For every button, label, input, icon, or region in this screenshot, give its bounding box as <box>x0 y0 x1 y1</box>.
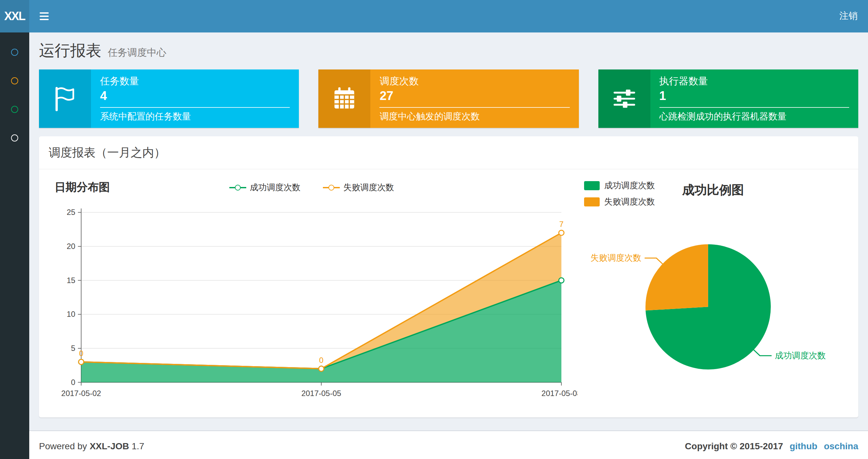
product-version: 1.7 <box>131 441 144 451</box>
hamburger-icon <box>39 12 49 20</box>
svg-text:失败调度次数: 失败调度次数 <box>591 253 642 263</box>
panel-body: 日期分布图 成功调度次数 <box>39 169 858 418</box>
footer-right: Copyright © 2015-2017 github oschina <box>685 441 858 451</box>
circle-outline-icon <box>11 77 18 84</box>
flag-icon <box>39 69 91 128</box>
circle-outline-icon <box>11 48 18 56</box>
divider <box>380 107 570 108</box>
info-box-description: 心跳检测成功的执行器机器数量 <box>659 111 849 123</box>
product-name: XXL-JOB <box>90 441 129 451</box>
svg-text:2017-05-05: 2017-05-05 <box>302 389 341 398</box>
legend-swatch-icon <box>584 197 600 206</box>
oschina-link[interactable]: oschina <box>824 441 858 451</box>
legend-line-icon <box>229 187 246 188</box>
divider <box>659 107 849 108</box>
navbar-right: 注销 <box>829 0 868 32</box>
svg-text:25: 25 <box>67 208 75 217</box>
sidebar-menu-item-2[interactable] <box>0 66 29 95</box>
legend-label: 失败调度次数 <box>604 196 655 208</box>
svg-text:2017-05-08: 2017-05-08 <box>541 389 578 398</box>
svg-text:成功调度次数: 成功调度次数 <box>775 351 826 360</box>
legend-line-icon <box>322 187 339 188</box>
info-box-label: 执行器数量 <box>659 75 849 88</box>
info-box-tasks: 任务数量 4 系统中配置的任务数量 <box>39 69 299 128</box>
svg-text:0: 0 <box>71 378 75 387</box>
panel-title: 调度报表（一月之内） <box>39 136 858 169</box>
pie-chart-area: 成功调度次数 失败调度次数 成功比例图 成功调度次数失败调度次数 <box>578 177 852 408</box>
legend-label: 成功调度次数 <box>250 182 301 194</box>
sidebar-toggle-button[interactable] <box>29 0 59 32</box>
info-box-value: 4 <box>100 89 290 103</box>
info-box-label: 调度次数 <box>380 75 570 88</box>
line-chart-legend: 成功调度次数 失败调度次数 <box>45 182 578 194</box>
svg-text:0: 0 <box>79 349 83 358</box>
report-panel: 调度报表（一月之内） 日期分布图 成功调度次数 <box>39 136 858 418</box>
calendar-icon <box>319 69 371 128</box>
success-ratio-pie: 成功调度次数失败调度次数 <box>578 210 852 400</box>
info-box-label: 任务数量 <box>100 75 290 88</box>
info-box-description: 调度中心触发的调度次数 <box>380 111 570 123</box>
legend-label: 成功调度次数 <box>604 180 655 192</box>
info-box-value: 27 <box>380 89 570 103</box>
circle-outline-icon <box>11 105 18 112</box>
logout-link[interactable]: 注销 <box>839 10 858 22</box>
date-distribution-chart: 05101520250072017-05-022017-05-052017-05… <box>45 199 578 408</box>
pie-chart-legend: 成功调度次数 失败调度次数 <box>584 180 655 208</box>
svg-text:0: 0 <box>319 356 323 364</box>
sidebar-menu-item-1[interactable] <box>0 38 29 66</box>
sidebar <box>0 32 29 459</box>
footer: Powered by XXL-JOB 1.7 Copyright © 2015-… <box>29 430 868 459</box>
page-subtitle: 任务调度中心 <box>108 47 166 59</box>
info-box-value: 1 <box>659 89 849 103</box>
svg-text:20: 20 <box>67 242 75 251</box>
powered-by: Powered by XXL-JOB 1.7 <box>39 441 144 451</box>
sliders-icon <box>598 69 650 128</box>
legend-swatch-icon <box>584 181 600 190</box>
divider <box>100 107 290 108</box>
pie-legend-fail[interactable]: 失败调度次数 <box>584 196 655 208</box>
info-box-content: 执行器数量 1 心跳检测成功的执行器机器数量 <box>650 69 858 128</box>
main-content: 运行报表 任务调度中心 任务数量 4 系统中配置的任务数量 <box>29 32 868 459</box>
pie-chart-title: 成功比例图 <box>682 182 744 199</box>
github-link[interactable]: github <box>790 441 818 451</box>
page-title: 运行报表 <box>39 40 101 61</box>
svg-text:5: 5 <box>71 344 75 353</box>
legend-label: 失败调度次数 <box>343 182 394 194</box>
legend-item-success[interactable]: 成功调度次数 <box>229 182 301 194</box>
legend-item-fail[interactable]: 失败调度次数 <box>322 182 394 194</box>
info-box-content: 任务数量 4 系统中配置的任务数量 <box>91 69 299 128</box>
info-box-row: 任务数量 4 系统中配置的任务数量 <box>29 61 868 128</box>
xxl-job-dashboard: XXL 注销 运行报表 任务调度中心 <box>0 0 868 459</box>
svg-text:10: 10 <box>67 310 75 319</box>
top-navbar: XXL 注销 <box>0 0 868 32</box>
sidebar-menu-item-4[interactable] <box>0 123 29 152</box>
info-box-description: 系统中配置的任务数量 <box>100 111 290 123</box>
info-box-triggers: 调度次数 27 调度中心触发的调度次数 <box>319 69 579 128</box>
copyright-text: Copyright © 2015-2017 <box>685 441 783 451</box>
svg-text:2017-05-02: 2017-05-02 <box>61 389 101 398</box>
info-box-content: 调度次数 27 调度中心触发的调度次数 <box>371 69 579 128</box>
app-logo[interactable]: XXL <box>0 0 29 32</box>
svg-text:15: 15 <box>67 276 75 285</box>
circle-outline-icon <box>11 134 18 141</box>
pie-legend-success[interactable]: 成功调度次数 <box>584 180 655 192</box>
powered-prefix: Powered by <box>39 441 87 451</box>
info-box-executors: 执行器数量 1 心跳检测成功的执行器机器数量 <box>598 69 858 128</box>
svg-text:7: 7 <box>559 220 563 229</box>
line-chart-area: 日期分布图 成功调度次数 <box>45 177 578 408</box>
sidebar-menu-item-3[interactable] <box>0 95 29 123</box>
page-header: 运行报表 任务调度中心 <box>29 32 868 61</box>
